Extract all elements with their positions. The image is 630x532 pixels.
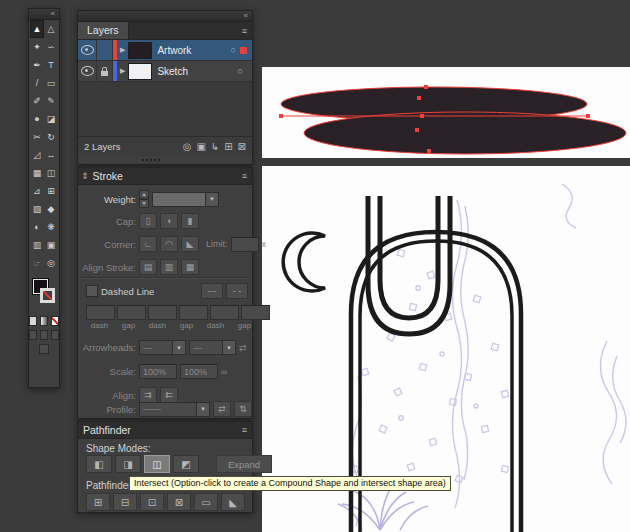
crop-button[interactable]: ⊠ bbox=[167, 493, 191, 511]
flip-across-button[interactable]: ⇅ bbox=[234, 401, 252, 417]
tool-eraser[interactable]: ◪ bbox=[44, 110, 58, 128]
tool-eyedropper[interactable]: ◆ bbox=[44, 200, 58, 218]
tool-lasso[interactable]: ∽ bbox=[44, 38, 58, 56]
layer-row-artwork[interactable]: ▶ Artwork ○ bbox=[78, 40, 252, 61]
visibility-toggle[interactable] bbox=[78, 61, 97, 81]
expand-sections-icon[interactable]: ⇕ bbox=[78, 171, 92, 181]
tool-scale[interactable]: ◿ bbox=[30, 146, 44, 164]
draw-inside-button[interactable] bbox=[51, 330, 59, 340]
expand-triangle-icon[interactable]: ▶ bbox=[117, 67, 128, 75]
tool-free-transform[interactable]: ▦ bbox=[30, 164, 44, 182]
align-inside-button[interactable]: ▥ bbox=[160, 259, 178, 275]
unite-button[interactable]: ◧ bbox=[86, 455, 112, 473]
gap-field-1[interactable] bbox=[117, 305, 146, 320]
layer-thumbnail[interactable] bbox=[128, 42, 152, 59]
tool-scissors[interactable]: ✂ bbox=[30, 128, 44, 146]
delete-layer-icon[interactable]: ⊠ bbox=[238, 141, 246, 152]
tool-pencil[interactable]: ✎ bbox=[44, 92, 58, 110]
corner-bevel-button[interactable]: ◣ bbox=[181, 236, 199, 252]
tool-column-graph[interactable]: ▥ bbox=[30, 236, 44, 254]
crescent-moon-shape[interactable] bbox=[283, 233, 325, 291]
dropdown-icon[interactable]: ▾ bbox=[173, 340, 186, 355]
link-scale-icon[interactable]: ∞ bbox=[221, 367, 227, 377]
gap-field-2[interactable] bbox=[179, 305, 208, 320]
draw-behind-button[interactable] bbox=[40, 330, 48, 340]
clipping-mask-icon[interactable]: ▣ bbox=[196, 141, 205, 152]
dropdown-icon[interactable]: ▾ bbox=[206, 192, 219, 207]
tool-shape-builder[interactable]: ◫ bbox=[44, 164, 58, 182]
selected-ellipses-artwork[interactable] bbox=[262, 67, 630, 158]
expand-button[interactable]: Expand bbox=[216, 455, 272, 473]
profile-dropdown[interactable]: —— ▾ bbox=[139, 402, 210, 417]
arrowhead-start-dropdown[interactable]: — ▾ bbox=[139, 340, 186, 355]
panel-resize-grip[interactable] bbox=[142, 159, 160, 161]
tool-rotate[interactable]: ↻ bbox=[44, 128, 58, 146]
tool-blend[interactable]: ◐ bbox=[30, 218, 44, 236]
corner-round-button[interactable]: ◠ bbox=[160, 236, 178, 252]
target-circle-icon[interactable]: ○ bbox=[231, 45, 236, 55]
lock-toggle[interactable] bbox=[97, 40, 113, 60]
dash-field-3[interactable] bbox=[210, 305, 239, 320]
tool-mesh[interactable]: ⊞ bbox=[44, 182, 58, 200]
dashed-line-checkbox[interactable] bbox=[86, 285, 98, 297]
layer-thumbnail[interactable] bbox=[128, 63, 152, 80]
divide-button[interactable]: ⊞ bbox=[86, 493, 110, 511]
panel-menu-icon[interactable]: ≡ bbox=[242, 425, 252, 435]
draw-normal-button[interactable] bbox=[29, 330, 37, 340]
layer-name[interactable]: Sketch bbox=[157, 66, 188, 77]
align-outside-button[interactable]: ▦ bbox=[181, 259, 199, 275]
tool-type[interactable]: T bbox=[44, 56, 58, 74]
tool-rectangle[interactable]: ▭ bbox=[44, 74, 58, 92]
flip-along-button[interactable]: ⇄ bbox=[213, 401, 231, 417]
cap-projecting-button[interactable]: ▮ bbox=[181, 213, 199, 229]
collapse-icon[interactable]: « bbox=[51, 9, 55, 18]
none-button[interactable] bbox=[51, 316, 59, 326]
panel-title[interactable]: Pathfinder bbox=[78, 424, 131, 436]
weight-combo[interactable]: ▾ bbox=[152, 192, 219, 207]
panel-menu-icon[interactable]: ≡ bbox=[242, 26, 252, 36]
layer-name[interactable]: Artwork bbox=[157, 45, 191, 56]
scale-start-field[interactable]: 100% bbox=[139, 364, 177, 379]
tool-magic-wand[interactable]: ✦ bbox=[30, 38, 44, 56]
weight-value[interactable] bbox=[152, 192, 206, 207]
visibility-toggle[interactable] bbox=[78, 40, 97, 60]
step-down-icon[interactable]: ▾ bbox=[139, 199, 149, 208]
screen-mode-button[interactable] bbox=[39, 344, 49, 354]
tool-pen[interactable]: ✒ bbox=[30, 56, 44, 74]
artboard-top[interactable] bbox=[262, 67, 630, 158]
dash-field-1[interactable] bbox=[86, 305, 115, 320]
dropdown-icon[interactable]: ▾ bbox=[223, 340, 236, 355]
swap-arrowheads-icon[interactable]: ⇄ bbox=[239, 343, 247, 353]
tool-selection[interactable]: ▲ bbox=[30, 20, 44, 38]
stroke-swatch-none[interactable] bbox=[40, 288, 55, 303]
tool-width[interactable]: ↔ bbox=[44, 146, 58, 164]
dash-field-2[interactable] bbox=[148, 305, 177, 320]
toolbar-collapse-bar[interactable]: « bbox=[29, 9, 59, 20]
cap-round-button[interactable]: ◖ bbox=[160, 213, 178, 229]
tool-blob-brush[interactable]: ● bbox=[30, 110, 44, 128]
preserve-dash-button[interactable]: --- bbox=[201, 283, 223, 299]
layer-row-sketch[interactable]: ▶ Sketch ○ bbox=[78, 61, 252, 82]
tab-layers[interactable]: Layers bbox=[78, 22, 129, 39]
exclude-button[interactable]: ◩ bbox=[173, 455, 199, 473]
layers-collapse-bar[interactable]: « bbox=[78, 11, 252, 22]
gradient-button[interactable] bbox=[40, 316, 48, 326]
scale-end-field[interactable]: 100% bbox=[180, 364, 218, 379]
align-center-button[interactable]: ▤ bbox=[139, 259, 157, 275]
panel-menu-icon[interactable]: ≡ bbox=[242, 171, 252, 181]
minus-front-button[interactable]: ◨ bbox=[115, 455, 141, 473]
tool-line-segment[interactable]: / bbox=[30, 74, 44, 92]
tool-artboard[interactable]: ▣ bbox=[44, 236, 58, 254]
tool-perspective-grid[interactable]: ⊿ bbox=[30, 182, 44, 200]
gap-field-3[interactable] bbox=[241, 305, 270, 320]
new-sublayer-icon[interactable]: ↳ bbox=[211, 141, 219, 152]
lock-toggle[interactable] bbox=[97, 61, 113, 81]
cap-butt-button[interactable]: ▯ bbox=[139, 213, 157, 229]
trim-button[interactable]: ⊟ bbox=[113, 493, 137, 511]
target-circle-icon[interactable]: ○ bbox=[238, 66, 243, 76]
color-button[interactable] bbox=[29, 316, 37, 326]
new-layer-icon[interactable]: ⊞ bbox=[224, 141, 232, 152]
panel-title[interactable]: Stroke bbox=[92, 170, 123, 182]
step-up-icon[interactable]: ▴ bbox=[139, 190, 149, 199]
tool-gradient[interactable]: ▨ bbox=[30, 200, 44, 218]
